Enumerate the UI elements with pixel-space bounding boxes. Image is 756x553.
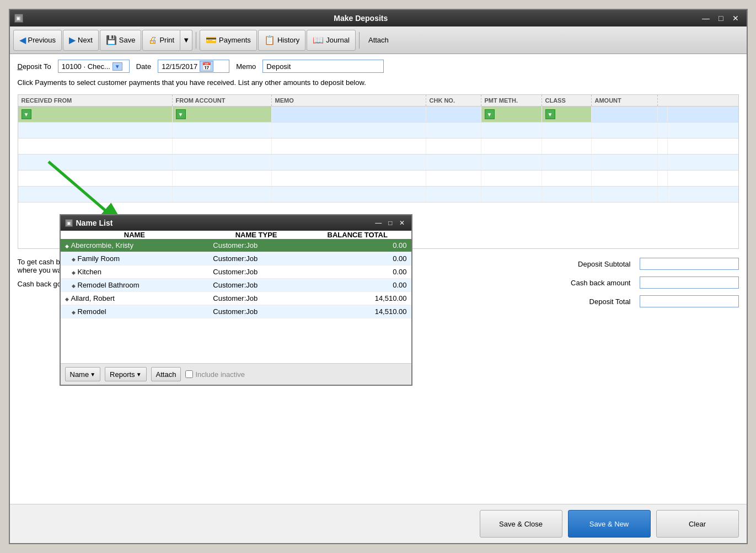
cell-r6-c4[interactable] [426,187,481,202]
next-label: Next [78,36,93,44]
cell-r6-c5[interactable] [481,187,542,202]
cell-r2-c8 [658,123,668,138]
cell-r2-c7[interactable] [592,123,658,138]
name-type-cell: Customer:Job [208,279,304,292]
maximize-button[interactable]: □ [715,14,726,23]
reports-button[interactable]: Reports ▼ [105,367,146,381]
col-name-type: NAME TYPE [208,231,304,239]
previous-icon: ◀ [19,35,26,45]
cell-r6-c3[interactable] [272,187,426,202]
close-button[interactable]: ✕ [729,14,742,23]
cell-r5-c4[interactable] [426,171,481,186]
cell-r4-c6[interactable] [542,155,592,170]
name-button[interactable]: Name ▼ [65,367,101,381]
popup-minimize[interactable]: — [373,219,384,227]
next-button[interactable]: ▶ Next [63,30,99,51]
cell-r3-c1[interactable] [18,139,173,154]
received-from-dropdown-1[interactable]: ▼ [22,109,31,119]
journal-button[interactable]: 📖 Journal [307,30,356,51]
name-cell: ◆Allard, Robert [61,292,209,305]
header-scroll [658,95,668,106]
name-type-cell: Customer:Job [208,265,304,279]
popup-close[interactable]: ✕ [397,219,407,227]
cash-back-amount-label: Cash back amount [571,279,630,287]
payments-button[interactable]: 💳 Payments [200,30,257,51]
diamond-icon: ◆ [72,270,76,275]
cell-r3-c5[interactable] [481,139,542,154]
cell-r5-c5[interactable] [481,171,542,186]
cell-r3-c8 [658,139,668,154]
save-button[interactable]: 💾 Save [100,30,142,51]
attach-footer-button[interactable]: Attach [151,367,181,381]
header-received-from: RECEIVED FROM [18,95,173,106]
cell-r3-c7[interactable] [592,139,658,154]
include-inactive-input[interactable] [185,370,193,378]
cell-r4-c5[interactable] [481,155,542,170]
cell-r4-c3[interactable] [272,155,426,170]
cell-r2-c4[interactable] [426,123,481,138]
cell-r2-c6[interactable] [542,123,592,138]
cell-r4-c2[interactable] [173,155,272,170]
print-dropdown-arrow[interactable]: ▼ [180,30,192,51]
calendar-icon[interactable]: 📅 [200,61,213,72]
include-inactive-label: Include inactive [195,370,245,379]
cell-r3-c4[interactable] [426,139,481,154]
history-button[interactable]: 📋 History [258,30,305,51]
list-item[interactable]: ◆Remodel Customer:Job 14,510.00 [61,305,411,318]
cell-r5-c6[interactable] [542,171,592,186]
cell-r3-c6[interactable] [542,139,592,154]
cell-r6-c2[interactable] [173,187,272,202]
previous-button[interactable]: ◀ Previous [13,30,62,51]
cell-r6-c7[interactable] [592,187,658,202]
deposit-to-select[interactable]: 10100 · Chec... ▼ [58,60,130,73]
list-item[interactable]: ◆Family Room Customer:Job 0.00 [61,252,411,265]
cell-r6-c6[interactable] [542,187,592,202]
cell-r5-c3[interactable] [272,171,426,186]
list-item[interactable]: ◆Abercrombie, Kristy Customer:Job 0.00 [61,239,411,252]
print-button[interactable]: 🖨 Print [142,30,180,51]
cell-chk-no-1[interactable] [426,107,481,122]
cell-r6-c1[interactable] [18,187,173,202]
pmt-meth-dropdown-1[interactable]: ▼ [485,109,495,119]
name-cell: ◆Remodel [61,305,209,318]
cell-class-1[interactable]: ▼ [542,107,592,122]
form-row: Deposit To 10100 · Chec... ▼ Date 12/15/… [18,60,739,73]
deposit-to-arrow[interactable]: ▼ [112,62,122,71]
cell-r4-c8 [658,155,668,170]
cell-r2-c5[interactable] [481,123,542,138]
minimize-button[interactable]: — [699,14,713,23]
popup-maximize[interactable]: □ [386,219,394,227]
cell-received-from-1[interactable]: ▼ [18,107,173,122]
list-item[interactable]: ◆Remodel Bathroom Customer:Job 0.00 [61,279,411,292]
class-dropdown-1[interactable]: ▼ [545,109,555,119]
memo-input[interactable] [262,60,384,73]
cell-r5-c2[interactable] [173,171,272,186]
cell-r4-c7[interactable] [592,155,658,170]
attach-button[interactable]: Attach [363,30,394,51]
cell-amount-1[interactable] [592,107,658,122]
cell-r2-c3[interactable] [272,123,426,138]
cell-r3-c2[interactable] [173,139,272,154]
print-icon: 🖨 [148,35,157,45]
popup-titlebar: ▣ Name List — □ ✕ [61,215,411,231]
include-inactive-checkbox[interactable]: Include inactive [185,370,245,379]
grid-header: RECEIVED FROM FROM ACCOUNT MEMO CHK NO. … [18,95,738,107]
cell-r2-c2[interactable] [173,123,272,138]
save-new-button[interactable]: Save & New [568,510,651,538]
date-input[interactable]: 12/15/2017 📅 [158,60,229,73]
clear-button[interactable]: Clear [656,510,739,538]
from-account-dropdown-1[interactable]: ▼ [176,109,186,119]
list-item[interactable]: ◆Allard, Robert Customer:Job 14,510.00 [61,292,411,305]
cell-memo-1[interactable] [272,107,426,122]
save-close-button[interactable]: Save & Close [480,510,562,538]
cell-pmt-meth-1[interactable]: ▼ [481,107,542,122]
name-btn-label: Name [70,370,89,379]
cell-r5-c7[interactable] [592,171,658,186]
cell-r5-c1[interactable] [18,171,173,186]
cell-r3-c3[interactable] [272,139,426,154]
cell-r4-c4[interactable] [426,155,481,170]
cell-from-account-1[interactable]: ▼ [173,107,272,122]
list-item[interactable]: ◆Kitchen Customer:Job 0.00 [61,265,411,279]
cell-r2-c1[interactable] [18,123,173,138]
cell-r4-c1[interactable] [18,155,173,170]
